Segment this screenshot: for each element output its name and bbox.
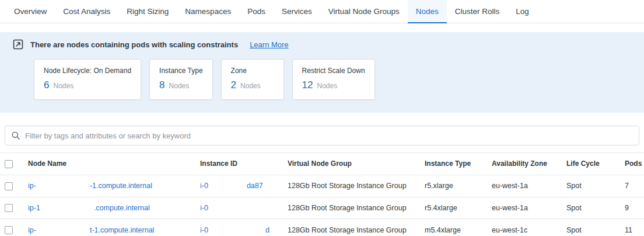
card-instance-type[interactable]: Instance Type 8 Nodes <box>149 59 213 100</box>
tab-pods[interactable]: Pods <box>239 0 274 23</box>
tab-bar: Overview Cost Analysis Right Sizing Name… <box>0 0 644 23</box>
row-checkbox[interactable] <box>5 204 13 212</box>
constraint-summary-cards: Node Lifecycle: On Demand 6 Nodes Instan… <box>34 59 631 100</box>
card-label: Zone <box>231 67 274 75</box>
instance-id-link[interactable]: i-0 <box>200 204 247 212</box>
vng-cell: 128Gb Root Storage Instance Group <box>283 197 420 219</box>
row-checkbox[interactable] <box>5 182 13 190</box>
table-row[interactable]: ip-t-1.compute.internal i-0d 128Gb Root … <box>0 219 644 236</box>
row-checkbox[interactable] <box>5 226 13 234</box>
card-unit: Nodes <box>53 82 74 90</box>
search-icon <box>11 131 20 140</box>
scaling-constraints-icon <box>13 39 23 50</box>
search-input[interactable] <box>25 131 633 140</box>
card-value: 6 <box>44 79 49 91</box>
availability-zone-cell: eu-west-1a <box>487 197 562 219</box>
vng-cell: 128Gb Root Storage Instance Group <box>283 219 420 236</box>
card-label: Instance Type <box>159 67 203 75</box>
tab-nodes[interactable]: Nodes <box>408 0 447 23</box>
card-unit: Nodes <box>169 82 190 90</box>
tab-log[interactable]: Log <box>508 0 537 23</box>
availability-zone-cell: eu-west-1c <box>487 219 562 236</box>
select-all-checkbox[interactable] <box>5 160 13 168</box>
life-cycle-cell: Spot <box>562 197 620 219</box>
card-zone[interactable]: Zone 2 Nodes <box>221 59 284 100</box>
column-life-cycle: Life Cycle <box>562 153 620 175</box>
column-pods: Pods <box>620 153 644 175</box>
card-unit: Nodes <box>240 82 261 90</box>
instance-type-cell: r5.4xlarge <box>420 197 487 219</box>
card-unit: Nodes <box>317 82 338 90</box>
node-name-link[interactable]: ip-1.compute.internal <box>28 204 150 212</box>
node-name-link[interactable]: ip--1.compute.internal <box>28 182 152 190</box>
tab-overview[interactable]: Overview <box>6 0 55 23</box>
node-name-link[interactable]: ip-t-1.compute.internal <box>28 226 154 234</box>
life-cycle-cell: Spot <box>562 175 620 197</box>
column-virtual-node-group: Virtual Node Group <box>283 153 420 175</box>
banner-message: There are nodes containing pods with sca… <box>30 40 238 49</box>
card-node-lifecycle[interactable]: Node Lifecycle: On Demand 6 Nodes <box>34 59 141 100</box>
tab-virtual-node-groups[interactable]: Virtual Node Groups <box>320 0 408 23</box>
card-value: 12 <box>302 79 313 91</box>
learn-more-link[interactable]: Learn More <box>250 40 288 49</box>
card-value: 2 <box>231 79 236 91</box>
life-cycle-cell: Spot <box>562 219 620 236</box>
column-instance-type: Instance Type <box>420 153 487 175</box>
pods-cell: 9 <box>620 197 644 219</box>
tab-namespaces[interactable]: Namespaces <box>177 0 239 23</box>
card-value: 8 <box>159 79 164 91</box>
nodes-table: Node Name Instance ID Virtual Node Group… <box>0 152 644 236</box>
pods-cell: 7 <box>620 175 644 197</box>
vng-cell: 128Gb Root Storage Instance Group <box>283 175 420 197</box>
filter-search-bar[interactable] <box>5 126 639 145</box>
card-restrict-scale-down[interactable]: Restrict Scale Down 12 Nodes <box>292 59 375 100</box>
table-row[interactable]: ip--1.compute.internal i-0da87 128Gb Roo… <box>0 175 644 197</box>
instance-type-cell: m5.4xlarge <box>420 219 487 236</box>
instance-id-link[interactable]: i-0d <box>200 226 270 234</box>
column-node-name: Node Name <box>23 153 195 175</box>
table-header-row: Node Name Instance ID Virtual Node Group… <box>0 153 644 175</box>
table-row[interactable]: ip-1.compute.internal i-0 128Gb Root Sto… <box>0 197 644 219</box>
tab-cluster-rolls[interactable]: Cluster Rolls <box>447 0 508 23</box>
tab-cost-analysis[interactable]: Cost Analysis <box>55 0 118 23</box>
card-label: Restrict Scale Down <box>302 67 365 75</box>
pods-cell: 11 <box>620 219 644 236</box>
instance-id-link[interactable]: i-0da87 <box>200 182 263 190</box>
column-instance-id: Instance ID <box>195 153 283 175</box>
card-label: Node Lifecycle: On Demand <box>44 67 131 75</box>
column-availability-zone: Availability Zone <box>487 153 562 175</box>
tab-services[interactable]: Services <box>274 0 320 23</box>
scaling-constraints-banner: There are nodes containing pods with sca… <box>0 32 644 113</box>
availability-zone-cell: eu-west-1a <box>487 175 562 197</box>
instance-type-cell: r5.xlarge <box>420 175 487 197</box>
tab-right-sizing[interactable]: Right Sizing <box>118 0 177 23</box>
